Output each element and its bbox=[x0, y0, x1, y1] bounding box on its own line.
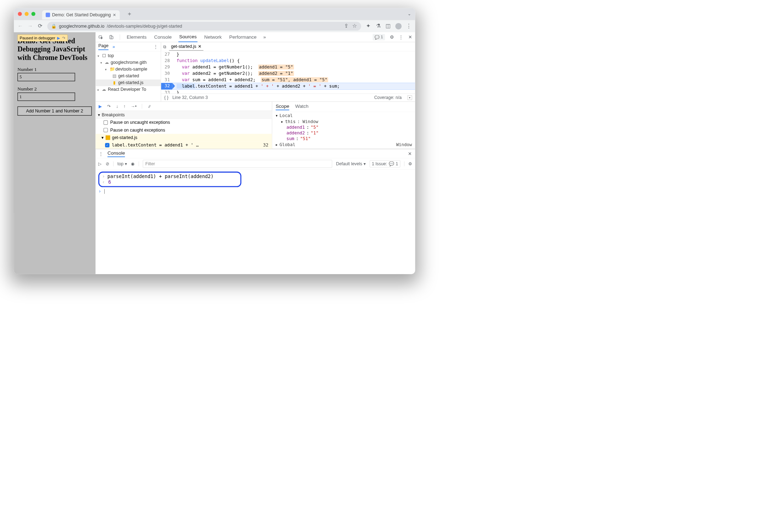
reload-button[interactable]: ⟳ bbox=[37, 23, 43, 29]
more-tabs-icon[interactable]: » bbox=[263, 34, 266, 40]
maximize-window-icon[interactable] bbox=[31, 12, 35, 16]
console-input-line: ›parseInt(addend1) + parseInt(addend2) bbox=[102, 174, 238, 179]
add-numbers-button[interactable]: Add Number 1 and Number 2 bbox=[17, 106, 92, 116]
close-devtools-icon[interactable]: ✕ bbox=[408, 34, 412, 40]
close-tab-icon[interactable]: ✕ bbox=[113, 12, 116, 17]
tab-console[interactable]: Console bbox=[153, 32, 172, 42]
tree-domain[interactable]: ▾☁googlechrome.gith bbox=[95, 59, 161, 66]
coverage-toggle-icon[interactable]: ▾ bbox=[408, 95, 412, 100]
breakpoint-item[interactable]: ✓label.textContent = addend1 + ' …32 bbox=[95, 142, 272, 149]
window-controls bbox=[18, 12, 35, 16]
tree-folder[interactable]: ▾📁devtools-sample bbox=[95, 66, 161, 73]
svg-rect-2 bbox=[111, 36, 113, 39]
step-mini-icon[interactable]: ↷ bbox=[62, 35, 66, 40]
console-output-line: ‹6 bbox=[102, 179, 238, 185]
minimize-window-icon[interactable] bbox=[24, 12, 28, 16]
forward-button[interactable]: → bbox=[27, 23, 33, 29]
navigator-more-icon[interactable]: » bbox=[112, 44, 115, 49]
tab-elements[interactable]: Elements bbox=[126, 32, 148, 42]
browser-chrome: Demo: Get Started Debugging ✕ ＋ ⌄ ← → ⟳ … bbox=[14, 8, 415, 32]
console-issues-badge[interactable]: 1 Issue:💬1 bbox=[370, 160, 400, 167]
favicon-icon bbox=[46, 13, 50, 17]
labs-icon[interactable]: ⚗ bbox=[375, 23, 381, 29]
code-area[interactable]: 27} 28function updateLabel() { 29 var ad… bbox=[161, 51, 415, 93]
close-window-icon[interactable] bbox=[18, 12, 22, 16]
url-host: googlechrome.github.io bbox=[59, 23, 104, 29]
resume-mini-icon[interactable]: ▶ bbox=[57, 35, 60, 40]
browser-tab[interactable]: Demo: Get Started Debugging ✕ bbox=[42, 10, 120, 20]
inline-value: addend2 = "1" bbox=[258, 71, 294, 76]
tabs-menu-icon[interactable]: ⌄ bbox=[408, 11, 411, 17]
tree-react-ext[interactable]: ▸☁React Developer To bbox=[95, 86, 161, 93]
clear-console-icon[interactable]: ⊘ bbox=[106, 161, 109, 167]
scope-global[interactable]: ▸GlobalWindow bbox=[272, 142, 415, 147]
device-toolbar-icon[interactable] bbox=[109, 35, 114, 39]
navigator-menu-icon[interactable]: ⋮ bbox=[154, 44, 158, 49]
number2-input[interactable] bbox=[17, 93, 75, 101]
paused-text: Paused in debugger bbox=[20, 36, 55, 40]
back-button[interactable]: ← bbox=[17, 23, 23, 29]
inline-value: addend1 = "5" bbox=[258, 65, 294, 70]
step-into-button[interactable]: ↓ bbox=[116, 104, 118, 109]
drawer-console-tab[interactable]: Console bbox=[107, 150, 125, 157]
console-drawer: ⋮ Console ✕ ▷ ⊘ top ▾ ◉ Filter Default l… bbox=[95, 149, 415, 196]
live-expression-icon[interactable]: ◉ bbox=[131, 161, 135, 167]
breakpoints-section[interactable]: ▾Breakpoints bbox=[95, 111, 272, 119]
js-file-icon bbox=[106, 135, 110, 140]
tab-network[interactable]: Network bbox=[204, 32, 223, 42]
editor-file-tab[interactable]: get-started.js✕ bbox=[169, 43, 204, 50]
sidepanel-icon[interactable]: ◫ bbox=[385, 23, 391, 29]
toggle-navigator-icon[interactable]: ⧉ bbox=[163, 44, 166, 49]
context-selector[interactable]: top ▾ bbox=[117, 161, 127, 167]
settings-icon[interactable]: ⚙ bbox=[390, 34, 394, 40]
console-filter-input[interactable]: Filter bbox=[143, 160, 332, 168]
navigator-page-tab[interactable]: Page bbox=[98, 43, 109, 50]
deactivate-breakpoints-button[interactable]: ⫽ bbox=[147, 104, 151, 109]
tab-sources[interactable]: Sources bbox=[178, 32, 198, 42]
scope-local[interactable]: ▾Local bbox=[272, 113, 415, 118]
issues-badge[interactable]: 💬1 bbox=[372, 34, 385, 40]
breakpoint-file-group[interactable]: ▾get-started.js bbox=[95, 134, 272, 141]
number1-input[interactable] bbox=[17, 73, 75, 82]
step-out-button[interactable]: ↑ bbox=[123, 104, 126, 109]
address-bar[interactable]: 🔒 googlechrome.github.io/devtools-sample… bbox=[47, 22, 361, 31]
chrome-menu-icon[interactable]: ⋮ bbox=[406, 23, 412, 29]
pretty-print-icon[interactable]: { } bbox=[164, 95, 168, 100]
scope-var-addend1: addend1: "5" bbox=[272, 124, 415, 130]
issue-icon: 💬 bbox=[375, 35, 380, 39]
profile-avatar[interactable] bbox=[395, 23, 402, 29]
number1-label: Number 1 bbox=[17, 67, 92, 72]
console-sidebar-icon[interactable]: ▷ bbox=[98, 161, 102, 167]
breakpoint-checkbox[interactable]: ✓ bbox=[105, 143, 109, 147]
extensions-icon[interactable]: ✦ bbox=[365, 23, 371, 29]
tree-file-html[interactable]: ▤get-started bbox=[95, 73, 161, 79]
tab-title: Demo: Get Started Debugging bbox=[52, 12, 111, 18]
step-over-button[interactable]: ↷ bbox=[107, 104, 111, 109]
share-icon[interactable]: ⇪ bbox=[344, 23, 349, 29]
drawer-menu-icon[interactable]: ⋮ bbox=[99, 151, 103, 156]
scope-var-sum: sum: "51" bbox=[272, 136, 415, 142]
scope-tab[interactable]: Scope bbox=[276, 103, 289, 110]
tree-file-js[interactable]: ▮get-started.js bbox=[95, 79, 161, 86]
scope-var-addend2: addend2: "1" bbox=[272, 130, 415, 136]
inspect-element-icon[interactable] bbox=[98, 35, 103, 39]
tab-performance[interactable]: Performance bbox=[228, 32, 257, 42]
close-file-icon[interactable]: ✕ bbox=[198, 44, 201, 49]
debugger-toolbar: ▶ ↷ ↓ ↑ →• ⫽ bbox=[95, 102, 272, 111]
devtools-menu-icon[interactable]: ⋮ bbox=[399, 34, 403, 40]
tree-top[interactable]: ▾top bbox=[95, 52, 161, 59]
resume-button[interactable]: ▶ bbox=[99, 104, 102, 109]
pause-caught-checkbox[interactable]: Pause on caught exceptions bbox=[95, 126, 272, 134]
console-settings-icon[interactable]: ⚙ bbox=[408, 161, 412, 167]
console-prompt[interactable]: › bbox=[98, 189, 412, 194]
close-drawer-icon[interactable]: ✕ bbox=[408, 151, 412, 156]
watch-tab[interactable]: Watch bbox=[295, 103, 309, 110]
step-button[interactable]: →• bbox=[131, 104, 137, 109]
scope-this[interactable]: ▸this: Window bbox=[272, 118, 415, 124]
number2-label: Number 2 bbox=[17, 87, 92, 92]
bookmark-icon[interactable]: ☆ bbox=[352, 23, 357, 29]
log-levels-selector[interactable]: Default levels ▾ bbox=[336, 161, 366, 167]
breakpoint-gutter[interactable]: 32 bbox=[161, 83, 172, 90]
new-tab-button[interactable]: ＋ bbox=[127, 10, 132, 18]
pause-uncaught-checkbox[interactable]: Pause on uncaught exceptions bbox=[95, 119, 272, 126]
